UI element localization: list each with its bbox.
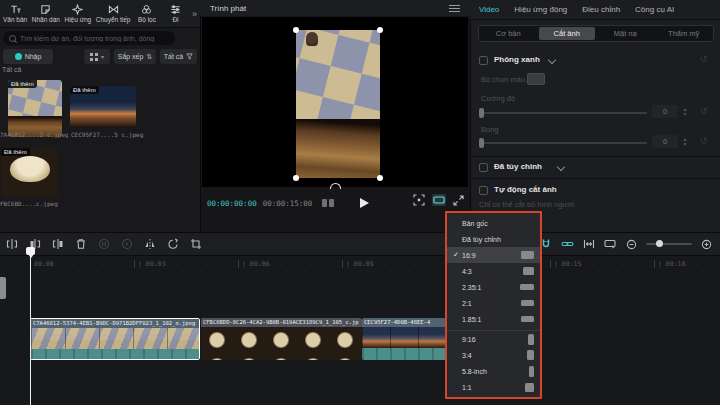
added-badge: Đã thêm [70,86,99,94]
mirror-icon[interactable] [144,238,156,250]
duration: 00:00:15:00 [263,199,313,208]
adjust-icon [170,4,181,15]
rotate-icon[interactable] [167,238,179,250]
slider-handle[interactable] [479,138,484,148]
grid-view-icon [90,53,98,61]
import-button[interactable]: Nhập [3,49,53,64]
ratio-shape-icon [520,284,534,290]
ratio-menu-item[interactable]: 5.8-inch [447,363,540,379]
ratio-menu-item[interactable]: 9:16 [447,330,540,347]
tab-adjust[interactable]: Điều chỉnh [582,5,620,14]
video-canvas[interactable] [202,17,468,187]
split-icon[interactable] [6,238,18,250]
ratio-menu-item[interactable]: Bản gốc [447,215,540,231]
ratio-menu-item[interactable]: 2.35:1 [447,279,540,295]
intensity-value[interactable]: 0 [652,105,678,118]
tab-ai-tools[interactable]: Công cụ AI [635,5,674,14]
view-mode-button[interactable]: ▾ [84,49,110,64]
media-thumbnail-lamp[interactable]: Đã thêm [1,148,58,197]
media-filename: FBC6BD....c.jpeg [0,200,70,207]
ratio-menu-item[interactable]: 1.85:1 [447,311,540,327]
menu-item-transitions[interactable]: Chuyển tiếp [96,4,131,23]
playhead-handle[interactable] [26,247,35,255]
preview-axis-icon[interactable] [604,238,617,250]
timeline-clip-sunset[interactable]: CEC95F27-4D0B-48EE-4 [362,318,446,360]
tab-animation[interactable]: Hiệu ứng động [514,5,567,14]
ratio-menu-item[interactable]: 1:1 [447,379,540,395]
menu-item-adjust[interactable]: Đi [163,4,187,23]
menu-item-effects[interactable]: Hiệu ứng [64,4,91,23]
search-icon [9,35,16,42]
sort-button[interactable]: Sắp xếp ⇅ [114,49,156,64]
sticker-icon [40,4,51,15]
zoom-in-icon[interactable] [701,239,712,250]
sort-arrows-icon: ⇅ [146,53,152,61]
media-thumbnail-chess[interactable]: Đã thêm [8,80,62,137]
reverse-icon[interactable] [121,238,133,250]
play-button[interactable] [360,198,369,208]
track-handle[interactable] [0,277,6,299]
reset-icon[interactable]: ↺ [700,54,708,64]
focus-fit-icon[interactable] [413,194,425,206]
aspect-ratio-button[interactable] [432,194,446,206]
adapt-spacing-icon[interactable] [583,238,595,250]
checkmark-icon: ✓ [453,251,462,259]
custom-checkbox[interactable] [479,163,488,172]
timeline-clip-chess[interactable]: C7A46812-5374-4EB1-B9DC-D971B2DFF023_1_1… [30,318,200,360]
current-time: 00:00:00:00 [207,199,257,208]
shadow-stepper[interactable]: ▲▼ [680,135,690,148]
filter-all-button[interactable]: Tất cả [160,49,197,64]
zoom-slider-handle[interactable] [656,240,663,247]
intensity-stepper[interactable]: ▲▼ [680,105,690,118]
timeline-clip-shell[interactable]: CFBC6BDD-8C26-4CA2-9B0B-019ACE3189C9_1_1… [201,318,362,360]
menu-item-text[interactable]: Văn bản [3,4,27,23]
chroma-checkbox[interactable] [479,56,488,65]
ratio-menu-item[interactable]: 3:4 [447,347,540,363]
slider-handle[interactable] [479,108,484,118]
resize-handle-bl[interactable] [293,175,299,181]
intensity-slider[interactable] [481,112,647,114]
tab-video[interactable]: Video [479,5,499,14]
reset-icon[interactable]: ↺ [700,106,708,116]
ratio-menu-item[interactable]: 2:1 [447,295,540,311]
subtab-mask[interactable]: Mặt nạ [597,27,654,40]
chevron-down-icon: ▾ [101,53,104,60]
link-icon[interactable] [561,238,574,250]
divider [470,156,720,157]
menu-item-filters[interactable]: Bộ lọc [135,4,159,23]
timeline-ruler[interactable]: 00:00| 00:03| 00:06| 00:09| 00:12| 00:15… [0,258,720,270]
divider [470,178,720,179]
color-swatch[interactable] [527,73,545,85]
resize-handle-tr[interactable] [377,27,383,33]
menu-item-stickers[interactable]: Nhãn dán [32,4,60,23]
rotate-handle[interactable] [330,183,341,189]
subtab-basic[interactable]: Cơ bản [480,27,537,40]
media-thumbnail-sunset[interactable]: Đã thêm [70,86,136,128]
media-search[interactable] [3,31,175,45]
fullscreen-icon[interactable] [453,195,464,206]
menu-overflow-chevron-icon[interactable]: » [192,9,197,19]
subtab-beauty[interactable]: Thẩm mỹ [656,27,713,40]
clip-audio-strip [362,348,446,360]
autocrop-checkbox[interactable] [479,186,488,195]
ratio-menu-item[interactable]: 4:3 [447,263,540,279]
subtab-crop[interactable]: Cắt ảnh [539,27,596,40]
shadow-slider[interactable] [481,142,647,144]
shadow-value[interactable]: 0 [652,135,678,148]
ratio-menu-item[interactable]: Đã tùy chỉnh [447,231,540,247]
crop-icon[interactable] [190,238,202,250]
playhead[interactable] [30,251,31,405]
zoom-out-icon[interactable] [626,239,637,250]
reset-icon[interactable]: ↺ [700,136,708,146]
hamburger-menu-icon[interactable] [449,4,460,13]
timeline-zoom-slider[interactable] [646,243,692,245]
resize-handle-br[interactable] [377,175,383,181]
ratio-menu-item[interactable]: ✓ 16:9 [447,247,540,263]
freeze-frame-icon[interactable] [98,238,110,250]
delete-icon[interactable] [75,238,87,250]
resize-handle-tl[interactable] [293,27,299,33]
search-input[interactable] [20,35,169,42]
delete-right-icon[interactable] [52,238,64,250]
frame-step-icon[interactable] [322,199,334,207]
video-subject-chessboard[interactable] [296,30,380,178]
